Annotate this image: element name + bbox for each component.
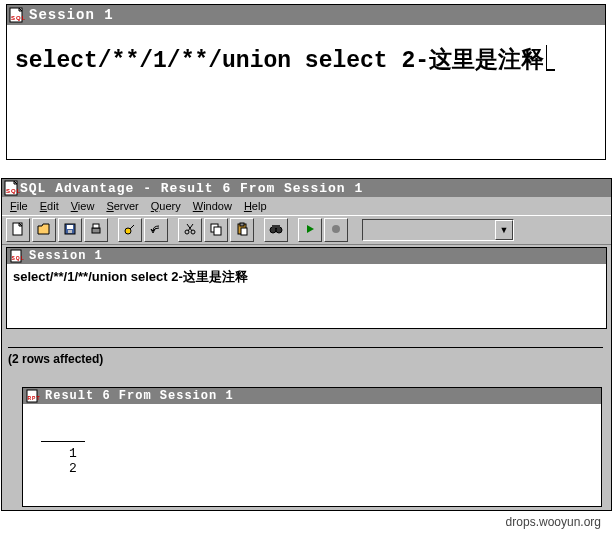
save-disk-icon [63, 222, 77, 239]
result-titlebar: RPT Result 6 From Session 1 [23, 388, 601, 404]
menu-view[interactable]: View [67, 198, 103, 214]
inner-session-title: Session 1 [29, 249, 103, 263]
print-button[interactable] [84, 218, 108, 242]
dropdown-arrow-icon: ▼ [495, 220, 513, 240]
database-combo[interactable]: ▼ [362, 219, 514, 241]
sql-editor-titlebar: SQL Session 1 [7, 5, 605, 25]
menu-window[interactable]: Window [189, 198, 240, 214]
svg-point-29 [332, 225, 340, 233]
run-button[interactable] [298, 218, 322, 242]
copy-icon [209, 222, 223, 239]
scissors-icon [183, 222, 197, 239]
result-content[interactable]: 12 [23, 404, 601, 516]
svg-marker-28 [307, 225, 314, 233]
open-folder-icon [37, 222, 51, 239]
menu-file[interactable]: File [6, 198, 36, 214]
sql-editor-title: Session 1 [29, 7, 114, 23]
paste-icon [235, 222, 249, 239]
open-button[interactable] [32, 218, 56, 242]
find-button[interactable] [264, 218, 288, 242]
new-button[interactable] [6, 218, 30, 242]
connect-icon [123, 222, 137, 239]
binoculars-icon [269, 222, 283, 239]
app-icon: SQL [4, 180, 20, 196]
svg-line-15 [130, 225, 134, 229]
svg-rect-12 [92, 228, 100, 233]
toolbar: ▼ [2, 215, 611, 245]
sql-file-icon: SQL [9, 248, 25, 264]
inner-session-content[interactable]: select/**/1/**/union select 2-这里是注释 [7, 264, 606, 290]
menu-help[interactable]: Help [240, 198, 275, 214]
copy-button[interactable] [204, 218, 228, 242]
undo-button[interactable] [144, 218, 168, 242]
app-window: SQL SQL Advantage - Result 6 From Sessio… [1, 178, 612, 511]
result-row: 2 [41, 461, 583, 476]
app-titlebar: SQL SQL Advantage - Result 6 From Sessio… [2, 179, 611, 197]
svg-rect-10 [67, 225, 73, 229]
inner-sql-statement: select/**/1/**/union select 2-这里是注释 [13, 269, 248, 284]
new-file-icon [11, 222, 25, 239]
paste-button[interactable] [230, 218, 254, 242]
result-row: 1 [41, 446, 583, 461]
rows-affected-status: (2 rows affected) [8, 347, 603, 366]
sql-file-icon: SQL [9, 7, 25, 23]
svg-text:SQL: SQL [6, 188, 20, 194]
sql-editor-content[interactable]: select/**/1/**/union select 2-这里是注释 [7, 25, 605, 159]
inner-session-titlebar: SQL Session 1 [7, 248, 606, 264]
report-icon: RPT [25, 388, 41, 404]
column-header-line [41, 429, 85, 442]
printer-icon [89, 222, 103, 239]
text-cursor-icon [546, 45, 555, 71]
undo-icon [149, 222, 163, 239]
svg-rect-24 [241, 228, 247, 235]
sql-statement: select/**/1/**/union select 2-这里是注释 [15, 48, 544, 74]
stop-button[interactable] [324, 218, 348, 242]
inner-session-window: SQL Session 1 select/**/1/**/union selec… [6, 247, 607, 329]
app-title-text: SQL Advantage - Result 6 From Session 1 [20, 181, 363, 196]
save-button[interactable] [58, 218, 82, 242]
svg-rect-21 [214, 227, 221, 235]
menu-query[interactable]: Query [147, 198, 189, 214]
svg-text:SQL: SQL [11, 15, 25, 21]
svg-rect-27 [272, 225, 280, 228]
stop-icon [329, 222, 343, 239]
connect-button[interactable] [118, 218, 142, 242]
svg-rect-11 [68, 230, 72, 233]
svg-rect-23 [240, 223, 244, 226]
result-window: RPT Result 6 From Session 1 12 [22, 387, 602, 507]
svg-text:SQL: SQL [12, 255, 25, 261]
watermark-text: drops.wooyun.org [506, 515, 601, 529]
menu-edit[interactable]: Edit [36, 198, 67, 214]
svg-rect-13 [93, 224, 99, 228]
cut-button[interactable] [178, 218, 202, 242]
svg-marker-8 [38, 224, 49, 234]
sql-editor-window: SQL Session 1 select/**/1/**/union selec… [6, 4, 606, 160]
menu-bar: File Edit View Server Query Window Help [2, 197, 611, 215]
svg-text:RPT: RPT [28, 395, 41, 401]
menu-server[interactable]: Server [102, 198, 146, 214]
play-icon [303, 222, 317, 239]
result-title: Result 6 From Session 1 [45, 389, 234, 403]
